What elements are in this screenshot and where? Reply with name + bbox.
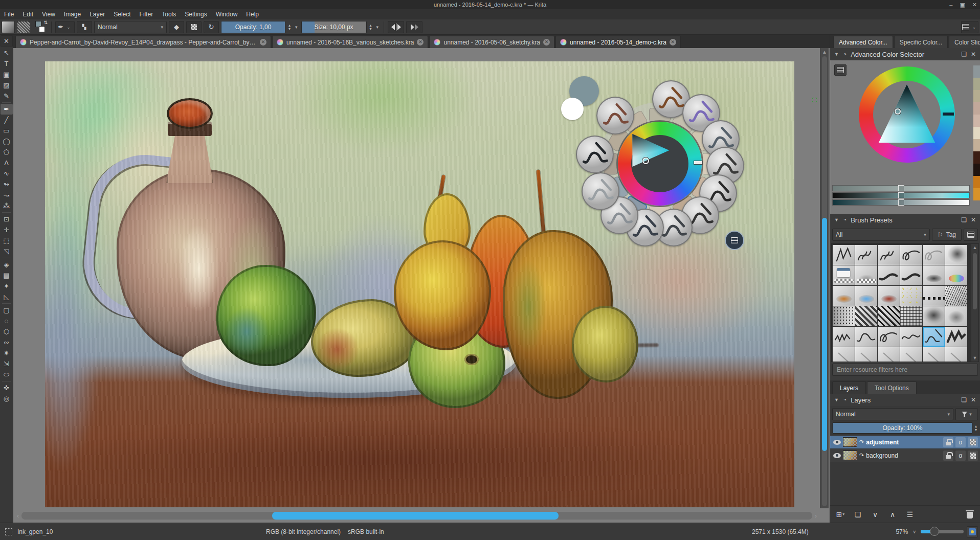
opacity-slider[interactable]: Opacity: 1,00 (221, 21, 285, 33)
menu-item-file[interactable]: File (4, 11, 14, 18)
layer-blending-mode-select[interactable]: Normal ▾ (832, 408, 953, 420)
assistant-tool[interactable]: ◹ (1, 246, 13, 257)
brush-preset[interactable] (833, 245, 855, 265)
layer-lock-icon[interactable] (943, 451, 953, 461)
color-history-swatch[interactable] (973, 139, 980, 151)
brush-preset[interactable] (833, 347, 855, 362)
canvas-vertical-scrollbar[interactable]: ▲ (820, 48, 829, 508)
brush-preset[interactable] (855, 347, 877, 362)
brush-preset[interactable] (833, 327, 855, 347)
docker-lock-icon[interactable]: ◔ (843, 51, 847, 58)
mirror-vertical-button[interactable] (406, 21, 422, 33)
brush-preset[interactable] (923, 265, 945, 285)
brush-preset[interactable] (945, 245, 967, 265)
size-slider[interactable]: Size: 10,00 px (301, 21, 367, 33)
brush-preset[interactable] (855, 286, 877, 306)
brush-preset[interactable] (878, 347, 900, 362)
dock-tab-specific-color-[interactable]: Specific Color... (894, 36, 948, 48)
view-mode-button[interactable] (964, 229, 978, 241)
brush-preset-selected[interactable] (923, 327, 945, 347)
select-shapes-tool[interactable]: ↖ (1, 48, 13, 58)
scrollbar-thumb[interactable] (272, 512, 559, 520)
brush-preset[interactable] (878, 327, 900, 347)
minimize-button[interactable]: – (949, 2, 952, 8)
brush-editor-button[interactable]: ✒⌄ (55, 21, 75, 33)
close-button[interactable]: ✕ (972, 2, 977, 8)
gradient-tool[interactable]: ▤ (1, 270, 13, 281)
layer-filter-button[interactable]: ▾ (955, 408, 978, 420)
gradient-chooser-button[interactable] (2, 21, 15, 33)
move-layer-up-button[interactable]: ∧ (886, 508, 899, 521)
pan-tool[interactable]: ✜ (1, 382, 13, 393)
brush-preset[interactable] (878, 286, 900, 306)
scrollbar-track[interactable] (21, 512, 812, 520)
hue-ring[interactable] (859, 66, 955, 163)
text-tool[interactable]: T (1, 58, 13, 69)
scroll-up-icon[interactable]: ▲ (971, 245, 978, 250)
rectangular-select-tool[interactable]: ▢ (1, 305, 13, 316)
brush-preset[interactable] (900, 265, 922, 285)
brush-preset-chooser-button[interactable]: ▚ (77, 21, 92, 33)
menu-item-window[interactable]: Window (216, 11, 238, 18)
scroll-down-icon[interactable]: ▼ (971, 355, 978, 361)
docker-lock-icon[interactable]: ◔ (843, 216, 847, 223)
layer-alpha-lock-icon[interactable]: α (955, 437, 966, 447)
workspace-chooser-button[interactable]: ⌄ (961, 21, 978, 33)
delete-layer-button[interactable] (964, 508, 976, 521)
dynamic-brush-tool[interactable]: ↝ (1, 190, 13, 200)
color-history-swatch[interactable] (973, 188, 980, 200)
menu-item-edit[interactable]: Edit (23, 11, 33, 18)
edit-shapes-tool[interactable]: ▣ (1, 69, 13, 80)
preserve-alpha-button[interactable] (186, 21, 202, 33)
menu-item-image[interactable]: Image (64, 11, 81, 18)
zoom-level-value[interactable]: 57% (896, 528, 908, 535)
brush-preset[interactable] (923, 347, 945, 362)
pattern-chooser-button[interactable] (17, 21, 30, 33)
scroll-left-icon[interactable]: ‹ (14, 512, 21, 520)
float-docker-icon[interactable]: ❏ (961, 396, 967, 403)
color-history-swatch[interactable] (973, 65, 980, 78)
layer-row[interactable]: ↷backgroundα (830, 449, 980, 462)
layer-lock-icon[interactable] (943, 437, 953, 447)
zoom-slider-handle[interactable] (930, 527, 939, 536)
palette-sv-marker[interactable] (642, 158, 649, 164)
layer-inherit-alpha-icon[interactable] (968, 437, 978, 447)
document-tab[interactable]: unnamed - 2016-05-16B_various_sketches.k… (272, 36, 428, 48)
palette-hue-marker[interactable] (694, 161, 703, 165)
tag-button[interactable]: ⚐ Tag (932, 229, 962, 241)
maximize-button[interactable]: ▣ (960, 2, 965, 8)
layer-properties-button[interactable]: ☰ (904, 508, 916, 521)
brush-preset[interactable] (900, 347, 922, 362)
hue-marker[interactable] (943, 112, 954, 116)
freehand-path-tool[interactable]: ↬ (1, 179, 13, 190)
brush-preset[interactable] (855, 245, 877, 265)
selection-status-icon[interactable] (5, 528, 12, 535)
scrollbar-thumb[interactable] (973, 253, 977, 309)
color-strip[interactable] (832, 192, 970, 198)
color-history-swatch[interactable] (973, 102, 980, 115)
polygonal-select-tool[interactable]: ⬡ (1, 326, 13, 337)
color-history-swatch[interactable] (973, 78, 980, 90)
menu-item-view[interactable]: View (42, 11, 55, 18)
add-layer-button[interactable]: ⊞▾ (834, 508, 847, 521)
color-selector-settings-button[interactable] (834, 64, 847, 76)
brush-preset[interactable] (945, 306, 967, 326)
menu-item-tools[interactable]: Tools (162, 11, 176, 18)
color-sampler-tool[interactable]: ✦ (1, 281, 13, 291)
scroll-up-icon[interactable]: ▲ (820, 49, 829, 55)
size-spinner[interactable]: ▴▾ (369, 24, 373, 31)
menu-item-help[interactable]: Help (246, 11, 259, 18)
brush-preset[interactable] (878, 265, 900, 285)
brush-preset[interactable] (833, 265, 855, 285)
brush-preset[interactable] (900, 245, 922, 265)
collapse-icon[interactable]: ▼ (834, 52, 839, 57)
opacity-spinner[interactable]: ▴▾ (287, 24, 292, 31)
duplicate-layer-button[interactable]: ❏ (852, 508, 864, 521)
swap-colors-icon[interactable]: ⇅ (43, 20, 48, 25)
background-color-swatch[interactable] (39, 26, 45, 32)
freehand-select-tool[interactable]: ∾ (1, 337, 13, 348)
brush-preset[interactable] (878, 306, 900, 326)
brush-preset[interactable] (945, 286, 967, 306)
toolbox-close-button[interactable]: ✕ (1, 35, 13, 47)
move-layer-down-button[interactable]: ∨ (869, 508, 881, 521)
